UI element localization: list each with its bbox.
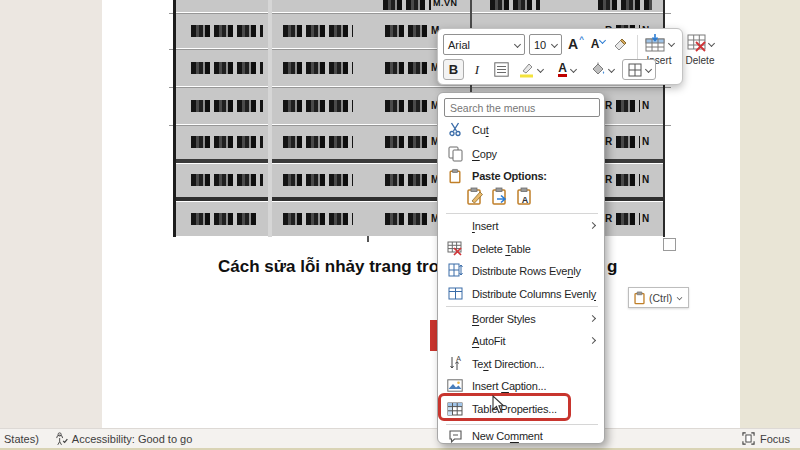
- paste-keep-source-button[interactable]: [466, 187, 484, 206]
- menu-item-text-direction[interactable]: A Text Direction...: [440, 353, 604, 374]
- insert-table-icon: [645, 34, 674, 53]
- redacted-text-blob: [283, 213, 353, 225]
- accessibility-label: Accessibility: Good to go: [72, 433, 192, 445]
- borders-button[interactable]: [622, 59, 656, 80]
- document-heading-fragment: g: [607, 257, 617, 277]
- redacted-text-blob: [616, 136, 640, 148]
- list-button[interactable]: [490, 59, 512, 80]
- document-heading: Cách sửa lỗi nhảy trang tro: [218, 257, 439, 277]
- chevron-down-icon: [514, 41, 521, 48]
- cell-fragment: R: [605, 174, 613, 185]
- redacted-text-blob: [385, 100, 430, 112]
- table-border-stub: [367, 236, 369, 242]
- cell-fragment: N: [642, 100, 650, 111]
- table-left-border: [173, 0, 176, 237]
- text-direction-icon: A: [445, 356, 465, 371]
- shrink-font-button[interactable]: A: [588, 33, 608, 55]
- chevron-down-icon: [537, 66, 544, 73]
- app-background-left: [0, 0, 102, 450]
- redacted-text-blob: [385, 62, 430, 74]
- chevron-down-icon: [608, 66, 615, 73]
- menu-item-new-comment[interactable]: New Comment: [440, 427, 604, 445]
- focus-button[interactable]: Focus: [742, 432, 790, 445]
- chevron-down-icon: [667, 40, 674, 47]
- redacted-text-blob: [383, 0, 431, 10]
- cell-fragment: R: [605, 136, 613, 147]
- menu-item-paste-options: Paste Options:: [440, 165, 604, 186]
- redacted-text-blob: [598, 0, 652, 10]
- format-painter-icon: [613, 36, 629, 52]
- mouse-cursor: [492, 395, 505, 414]
- focus-label: Focus: [760, 433, 790, 445]
- clipboard-icon: [633, 291, 646, 305]
- paste-options-floating-button[interactable]: (Ctrl): [628, 287, 689, 308]
- font-color-letter: A: [558, 62, 567, 77]
- list-icon: [494, 62, 509, 77]
- accessibility-status[interactable]: Accessibility: Good to go: [55, 432, 192, 446]
- submenu-arrow-icon: [589, 222, 596, 229]
- font-size-combobox[interactable]: 10: [529, 34, 562, 55]
- delete-table-button[interactable]: Delete: [680, 34, 720, 66]
- redacted-text-blob: [191, 213, 257, 225]
- status-bar: States) Accessibility: Good to go Focus: [0, 428, 800, 448]
- menu-item-distribute-rows[interactable]: Distribute Rows Evenly: [440, 260, 604, 281]
- table-resize-handle[interactable]: [663, 238, 676, 251]
- redacted-text-blob: [385, 136, 430, 148]
- format-painter-button[interactable]: [610, 33, 632, 55]
- menu-item-distribute-columns[interactable]: Distribute Columns Evenly: [440, 283, 604, 304]
- grow-font-letter: A: [568, 36, 578, 52]
- table-row: M.VN: [175, 0, 665, 12]
- menu-item-delete-table[interactable]: Delete Table: [440, 238, 604, 259]
- watermark-fragment: M.VN: [433, 0, 458, 8]
- redacted-text-blob: [283, 174, 353, 186]
- paste-merge-formatting-button[interactable]: [491, 187, 509, 206]
- menu-item-copy[interactable]: Copy: [440, 143, 604, 164]
- caret-down-icon: [599, 36, 606, 43]
- italic-letter: I: [475, 62, 479, 78]
- chevron-down-icon: [707, 40, 714, 47]
- font-color-button[interactable]: A: [552, 59, 582, 80]
- menu-search-input[interactable]: [444, 98, 600, 117]
- menu-item-border-styles[interactable]: Border Styles: [440, 308, 604, 329]
- redacted-text-blob: [385, 213, 430, 225]
- italic-button[interactable]: I: [468, 59, 486, 80]
- redacted-text-blob: [191, 174, 263, 186]
- distribute-columns-icon: [445, 287, 465, 301]
- redacted-text-blob: [283, 100, 353, 112]
- chevron-down-icon: [677, 295, 683, 301]
- menu-item-insert[interactable]: Insert: [440, 215, 604, 236]
- redacted-text-blob: [385, 174, 430, 186]
- submenu-arrow-icon: [589, 315, 596, 322]
- text-highlight-button[interactable]: [516, 59, 546, 80]
- menu-divider: [446, 306, 598, 307]
- comment-icon: [445, 429, 465, 444]
- font-name-combobox[interactable]: Arial: [443, 34, 525, 55]
- menu-item-cut[interactable]: Cut: [440, 119, 604, 140]
- copy-icon: [445, 146, 465, 162]
- table-context-menu: Cut Copy Paste Options: A: [437, 92, 605, 444]
- app-background-right: [740, 0, 800, 450]
- redacted-text-blob: [283, 25, 353, 37]
- submenu-arrow-icon: [589, 337, 596, 344]
- hidden-red-element: [430, 320, 437, 351]
- menu-item-autofit[interactable]: AutoFit: [440, 330, 604, 351]
- menu-divider: [446, 424, 598, 425]
- redacted-text-blob: [191, 25, 263, 37]
- paste-keep-text-only-button[interactable]: A: [516, 187, 534, 206]
- redacted-text-blob: [490, 0, 540, 10]
- svg-text:A: A: [456, 356, 461, 362]
- grow-font-button[interactable]: A ^: [566, 33, 586, 55]
- svg-text:A: A: [522, 195, 529, 205]
- delete-table-icon: [445, 241, 465, 256]
- redacted-text-blob: [191, 62, 263, 74]
- paint-bucket-icon: [590, 62, 606, 77]
- menu-divider: [446, 213, 598, 214]
- language-status[interactable]: States): [4, 433, 39, 445]
- chevron-down-icon: [570, 66, 577, 73]
- bold-button[interactable]: B: [443, 59, 464, 80]
- delete-label: Delete: [680, 55, 720, 66]
- font-size-value: 10: [534, 39, 552, 51]
- cell-fragment: N: [642, 213, 650, 224]
- shading-button[interactable]: [586, 59, 618, 80]
- clipboard-icon: [445, 168, 465, 184]
